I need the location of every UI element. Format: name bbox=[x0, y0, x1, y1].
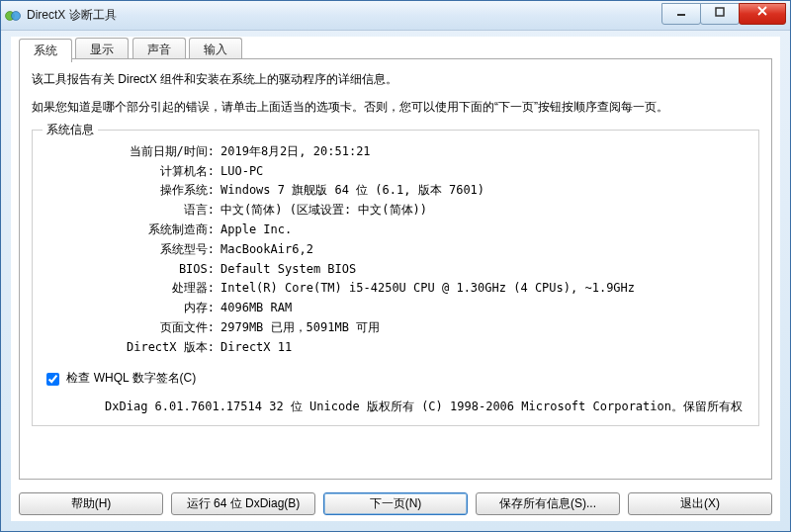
tab-input[interactable]: 输入 bbox=[189, 38, 242, 60]
intro-line-1: 该工具报告有关 DirectX 组件和安装在系统上的驱动程序的详细信息。 bbox=[32, 69, 759, 89]
label-computer: 计算机名: bbox=[43, 162, 220, 182]
svg-rect-2 bbox=[677, 14, 685, 16]
value-memory: 4096MB RAM bbox=[220, 299, 748, 318]
label-bios: BIOS: bbox=[43, 260, 220, 280]
whql-checkbox-label[interactable]: 检查 WHQL 数字签名(C) bbox=[43, 371, 196, 385]
value-model: MacBookAir6,2 bbox=[220, 240, 748, 260]
value-computer: LUO-PC bbox=[220, 162, 748, 182]
minimize-button[interactable] bbox=[661, 3, 701, 25]
row-dxver: DirectX 版本: DirectX 11 bbox=[43, 338, 748, 358]
value-language: 中文(简体) (区域设置: 中文(简体)) bbox=[220, 201, 748, 221]
value-datetime: 2019年8月2日, 20:51:21 bbox=[220, 142, 748, 162]
svg-rect-3 bbox=[716, 8, 724, 16]
row-memory: 内存: 4096MB RAM bbox=[43, 299, 748, 318]
row-cpu: 处理器: Intel(R) Core(TM) i5-4250U CPU @ 1.… bbox=[43, 279, 748, 299]
tab-system[interactable]: 系统 bbox=[19, 39, 72, 62]
exit-button[interactable]: 退出(X) bbox=[628, 492, 772, 515]
value-os: Windows 7 旗舰版 64 位 (6.1, 版本 7601) bbox=[220, 181, 748, 201]
copyright-line: DxDiag 6.01.7601.17514 32 位 Unicode 版权所有… bbox=[43, 399, 748, 415]
value-dxver: DirectX 11 bbox=[220, 338, 748, 358]
row-model: 系统型号: MacBookAir6,2 bbox=[43, 240, 748, 260]
row-pagefile: 页面文件: 2979MB 已用，5091MB 可用 bbox=[43, 318, 748, 338]
row-os: 操作系统: Windows 7 旗舰版 64 位 (6.1, 版本 7601) bbox=[43, 181, 748, 201]
whql-row: 检查 WHQL 数字签名(C) bbox=[43, 370, 748, 389]
maximize-button[interactable] bbox=[700, 3, 740, 25]
tab-display[interactable]: 显示 bbox=[75, 38, 129, 60]
row-language: 语言: 中文(简体) (区域设置: 中文(简体)) bbox=[43, 201, 748, 221]
label-pagefile: 页面文件: bbox=[43, 318, 220, 338]
whql-checkbox[interactable] bbox=[46, 373, 59, 386]
svg-point-1 bbox=[12, 11, 21, 20]
label-os: 操作系统: bbox=[43, 181, 220, 201]
button-row: 帮助(H) 运行 64 位 DxDiag(B) 下一页(N) 保存所有信息(S)… bbox=[19, 492, 772, 515]
system-info-group: 系统信息 当前日期/时间: 2019年8月2日, 20:51:21 计算机名: … bbox=[32, 130, 759, 426]
value-cpu: Intel(R) Core(TM) i5-4250U CPU @ 1.30GHz… bbox=[220, 279, 748, 299]
next-page-button[interactable]: 下一页(N) bbox=[323, 492, 468, 515]
label-maker: 系统制造商: bbox=[43, 221, 220, 240]
group-title: 系统信息 bbox=[43, 122, 98, 138]
row-computer: 计算机名: LUO-PC bbox=[43, 162, 748, 182]
value-maker: Apple Inc. bbox=[220, 221, 748, 240]
tab-sound[interactable]: 声音 bbox=[132, 38, 186, 60]
intro-line-2: 如果您知道是哪个部分引起的错误，请单击上面适当的选项卡。否则，您可以使用下面的“… bbox=[32, 97, 759, 117]
dialog-window: DirectX 诊断工具 系统 显示 声音 输入 该工具报告有关 DirectX… bbox=[0, 0, 791, 532]
help-button[interactable]: 帮助(H) bbox=[19, 492, 163, 515]
app-icon bbox=[5, 8, 21, 24]
title-bar: DirectX 诊断工具 bbox=[1, 1, 790, 31]
label-memory: 内存: bbox=[43, 299, 220, 318]
run64-button[interactable]: 运行 64 位 DxDiag(B) bbox=[171, 492, 315, 515]
value-pagefile: 2979MB 已用，5091MB 可用 bbox=[220, 318, 748, 338]
row-maker: 系统制造商: Apple Inc. bbox=[43, 221, 748, 240]
label-dxver: DirectX 版本: bbox=[43, 338, 220, 358]
label-model: 系统型号: bbox=[43, 240, 220, 260]
tab-panel-system: 该工具报告有关 DirectX 组件和安装在系统上的驱动程序的详细信息。 如果您… bbox=[19, 58, 772, 480]
label-cpu: 处理器: bbox=[43, 279, 220, 299]
window-controls bbox=[661, 3, 786, 25]
value-bios: Default System BIOS bbox=[220, 260, 748, 280]
save-all-button[interactable]: 保存所有信息(S)... bbox=[476, 492, 620, 515]
window-title: DirectX 诊断工具 bbox=[27, 7, 661, 24]
system-info-list: 当前日期/时间: 2019年8月2日, 20:51:21 计算机名: LUO-P… bbox=[43, 142, 748, 358]
label-language: 语言: bbox=[43, 201, 220, 221]
tab-row: 系统 显示 声音 输入 bbox=[11, 37, 780, 58]
row-datetime: 当前日期/时间: 2019年8月2日, 20:51:21 bbox=[43, 142, 748, 162]
client-area: 系统 显示 声音 输入 该工具报告有关 DirectX 组件和安装在系统上的驱动… bbox=[11, 37, 780, 521]
close-button[interactable] bbox=[739, 3, 786, 25]
label-datetime: 当前日期/时间: bbox=[43, 142, 220, 162]
whql-label-text: 检查 WHQL 数字签名(C) bbox=[66, 371, 196, 385]
row-bios: BIOS: Default System BIOS bbox=[43, 260, 748, 280]
